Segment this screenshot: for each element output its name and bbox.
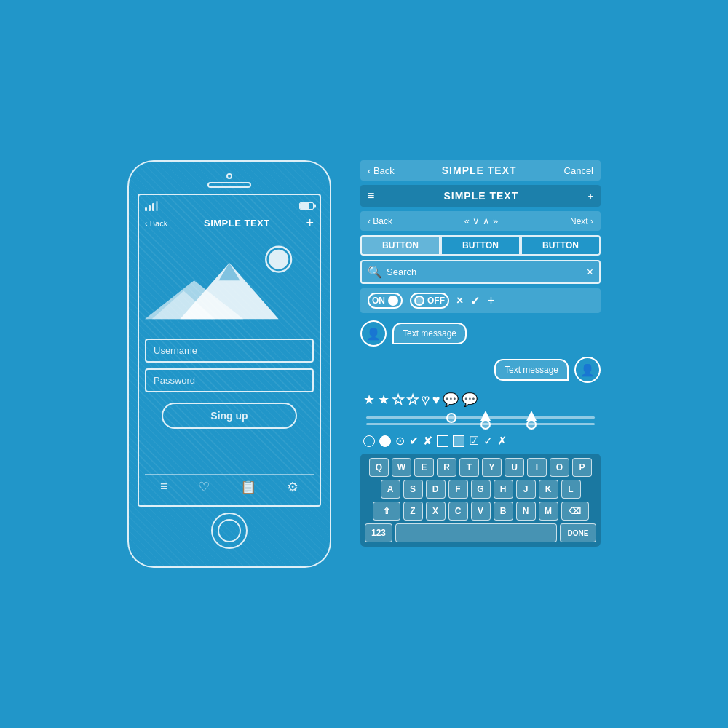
signup-button[interactable]: Sing up bbox=[162, 403, 297, 429]
status-bar bbox=[145, 201, 314, 211]
search-clear-button[interactable]: × bbox=[587, 266, 593, 279]
heart-tab-icon[interactable]: ♡ bbox=[198, 479, 210, 495]
phone-plus-button[interactable]: + bbox=[306, 215, 314, 231]
segment-button-3[interactable]: BUTTON bbox=[521, 235, 601, 256]
password-field[interactable]: Password bbox=[145, 368, 314, 392]
star-filled-1[interactable]: ★ bbox=[363, 392, 375, 408]
key-l[interactable]: L bbox=[561, 480, 581, 499]
heart-empty-icon[interactable]: ♥ bbox=[422, 392, 430, 408]
notes-tab-icon[interactable]: 📋 bbox=[240, 479, 256, 495]
hamburger-icon[interactable]: ≡ bbox=[368, 189, 374, 202]
key-f[interactable]: F bbox=[448, 480, 468, 499]
key-x[interactable]: X bbox=[426, 502, 446, 521]
plus-icon[interactable]: + bbox=[487, 293, 495, 309]
slider-thumb-1[interactable] bbox=[446, 413, 456, 423]
segment-button-1[interactable]: BUTTON bbox=[360, 235, 440, 256]
toggle-row: ON OFF × ✓ + bbox=[360, 288, 601, 313]
menu-tab-icon[interactable]: ≡ bbox=[160, 479, 168, 495]
key-n[interactable]: N bbox=[516, 502, 536, 521]
checkbox-partial[interactable] bbox=[453, 435, 464, 447]
star-empty-2[interactable]: ★ bbox=[407, 392, 419, 408]
key-a[interactable]: A bbox=[381, 480, 400, 499]
keyboard-row-2: A S D F G H J K L bbox=[365, 480, 596, 499]
bubble-empty-icon[interactable]: 💬 bbox=[443, 392, 459, 408]
phone-home-button[interactable] bbox=[211, 513, 248, 549]
phone-screen: ‹ Back SIMPLE TEXT + Use bbox=[138, 194, 321, 507]
prev-prev-button[interactable]: « bbox=[464, 215, 470, 226]
space-key[interactable] bbox=[395, 523, 557, 542]
up-button[interactable]: ∧ bbox=[483, 215, 490, 226]
heart-filled-icon[interactable]: ♥ bbox=[432, 392, 440, 408]
settings-tab-icon[interactable]: ⚙ bbox=[287, 479, 298, 495]
check-icon[interactable]: ✓ bbox=[470, 294, 480, 308]
battery-icon bbox=[299, 202, 314, 210]
numbers-key[interactable]: 123 bbox=[365, 523, 392, 542]
key-z[interactable]: Z bbox=[403, 502, 423, 521]
key-v[interactable]: V bbox=[471, 502, 491, 521]
key-o[interactable]: O bbox=[550, 458, 569, 477]
key-g[interactable]: G bbox=[471, 480, 491, 499]
done-key[interactable]: DONE bbox=[560, 523, 596, 542]
key-h[interactable]: H bbox=[494, 480, 513, 499]
next-next-button[interactable]: » bbox=[493, 215, 498, 226]
key-j[interactable]: J bbox=[516, 480, 536, 499]
bubble-filled-icon[interactable]: 💬 bbox=[462, 392, 478, 408]
slider-thumb-3[interactable] bbox=[526, 419, 537, 430]
segment-button-2[interactable]: BUTTON bbox=[440, 235, 521, 256]
key-m[interactable]: M bbox=[539, 502, 558, 521]
down-button[interactable]: ∨ bbox=[472, 215, 480, 226]
slider-thumb-2[interactable] bbox=[480, 419, 491, 430]
key-b[interactable]: B bbox=[494, 502, 513, 521]
key-p[interactable]: P bbox=[572, 458, 592, 477]
checkbox-empty[interactable] bbox=[437, 435, 448, 447]
check-mark[interactable]: ✓ bbox=[483, 434, 493, 448]
x-circle[interactable]: ✘ bbox=[423, 434, 432, 448]
nav-arrows: « ∨ ∧ » bbox=[464, 215, 498, 226]
key-q[interactable]: Q bbox=[369, 458, 389, 477]
key-c[interactable]: C bbox=[448, 502, 468, 521]
key-s[interactable]: S bbox=[403, 480, 423, 499]
check-circle[interactable]: ✔ bbox=[409, 434, 419, 448]
nav-title-2: SIMPLE TEXT bbox=[379, 190, 583, 202]
shift-key[interactable]: ⇧ bbox=[373, 502, 400, 521]
x-mark[interactable]: ✗ bbox=[497, 434, 507, 448]
key-w[interactable]: W bbox=[392, 458, 411, 477]
delete-key[interactable]: ⌫ bbox=[561, 502, 589, 521]
key-i[interactable]: I bbox=[527, 458, 547, 477]
phone-speaker-bar bbox=[207, 182, 251, 188]
back-button-3[interactable]: ‹ Back bbox=[368, 216, 392, 226]
phone-image-area bbox=[145, 237, 314, 331]
key-e[interactable]: E bbox=[414, 458, 434, 477]
cancel-button[interactable]: Cancel bbox=[564, 165, 593, 176]
star-filled-2[interactable]: ★ bbox=[378, 392, 389, 408]
slider-section bbox=[360, 414, 601, 428]
ui-components-panel: ‹ Back SIMPLE TEXT Cancel ≡ SIMPLE TEXT … bbox=[360, 160, 601, 547]
chat-bubble-left: Text message bbox=[392, 323, 467, 344]
toggle-off[interactable]: OFF bbox=[410, 293, 449, 309]
key-k[interactable]: K bbox=[539, 480, 558, 499]
keyboard: Q W E R T Y U I O P A S D F G H J K L bbox=[360, 454, 601, 547]
phone-back-button[interactable]: ‹ Back bbox=[145, 219, 167, 228]
radio-empty[interactable] bbox=[363, 435, 375, 447]
back-button-1[interactable]: ‹ Back bbox=[368, 165, 395, 176]
phone-top bbox=[138, 173, 321, 188]
username-field[interactable]: Username bbox=[145, 339, 314, 363]
svg-point-1 bbox=[269, 250, 288, 269]
toggle-on[interactable]: ON bbox=[368, 293, 403, 309]
chat-bubble-right: Text message bbox=[494, 359, 569, 381]
next-button[interactable]: Next › bbox=[570, 216, 593, 226]
key-u[interactable]: U bbox=[505, 458, 524, 477]
slider-track-2[interactable] bbox=[366, 423, 595, 425]
radio-check[interactable]: ⊙ bbox=[395, 434, 405, 448]
checkbox-checked[interactable]: ☑ bbox=[469, 434, 479, 448]
key-d[interactable]: D bbox=[426, 480, 446, 499]
key-y[interactable]: Y bbox=[482, 458, 502, 477]
plus-button-2[interactable]: + bbox=[587, 191, 593, 202]
key-t[interactable]: T bbox=[459, 458, 479, 477]
radio-filled[interactable] bbox=[379, 435, 391, 447]
key-r[interactable]: R bbox=[437, 458, 456, 477]
star-empty-1[interactable]: ★ bbox=[392, 392, 404, 408]
search-bar[interactable]: 🔍 Search × bbox=[360, 260, 601, 284]
toggle-off-label: OFF bbox=[427, 296, 445, 306]
close-icon[interactable]: × bbox=[456, 294, 463, 307]
